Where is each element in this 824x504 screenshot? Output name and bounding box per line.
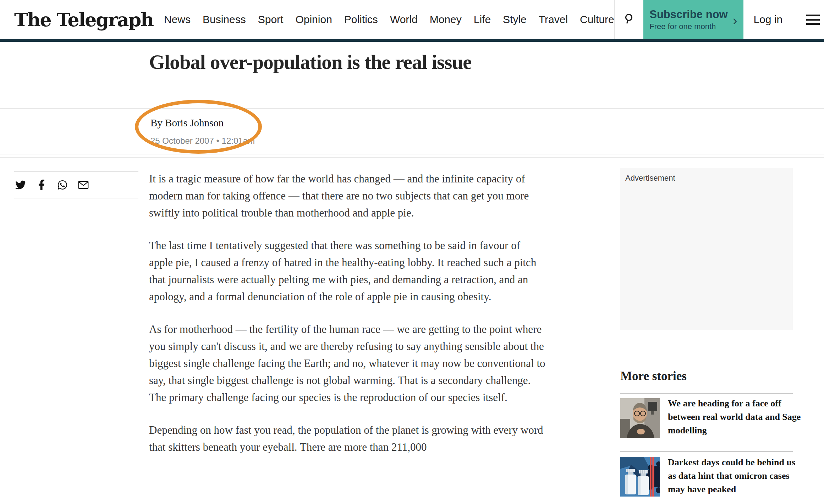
nav-sport[interactable]: Sport <box>258 13 284 26</box>
page: The Telegraph News Business Sport Opinio… <box>0 0 824 504</box>
article-body: It is a tragic measure of how far the wo… <box>149 170 546 471</box>
nav-money[interactable]: Money <box>430 13 462 26</box>
story-thumbnail-vials[interactable] <box>620 457 660 497</box>
nav-opinion[interactable]: Opinion <box>295 13 332 26</box>
article-title: Global over-population is the real issue <box>149 50 575 73</box>
article-paragraph: The last time I tentatively suggested th… <box>149 237 546 305</box>
nav-news[interactable]: News <box>164 13 191 26</box>
nav-world[interactable]: World <box>390 13 418 26</box>
article-paragraph: As for motherhood — the fertility of the… <box>149 321 546 406</box>
site-header: The Telegraph News Business Sport Opinio… <box>0 0 824 42</box>
ad-label: Advertisement <box>620 168 793 183</box>
article-paragraph: It is a tragic measure of how far the wo… <box>149 170 546 221</box>
whatsapp-icon[interactable] <box>57 179 68 191</box>
subscribe-title: Subscribe now <box>649 7 727 22</box>
nav-politics[interactable]: Politics <box>344 13 378 26</box>
story-title[interactable]: We are heading for a face off between re… <box>668 397 802 437</box>
email-icon[interactable] <box>78 179 89 191</box>
nav-culture[interactable]: Culture <box>580 13 614 26</box>
story-thumbnail-portrait[interactable] <box>620 398 660 438</box>
subscribe-button[interactable]: Subscribe now Free for one month › <box>643 0 743 39</box>
divider <box>0 154 824 154</box>
ad-slot: Advertisement <box>620 168 793 330</box>
story-title[interactable]: Darkest days could be behind us as data … <box>668 456 802 496</box>
subscribe-subtitle: Free for one month <box>649 22 716 32</box>
article-paragraph: Depending on how fast you read, the popu… <box>149 422 546 456</box>
menu-icon[interactable] <box>793 0 824 39</box>
subscribe-text: Subscribe now Free for one month <box>649 7 727 32</box>
divider <box>0 108 824 109</box>
facebook-icon[interactable] <box>36 179 47 191</box>
nav-life[interactable]: Life <box>474 13 491 26</box>
telegraph-logo[interactable]: The Telegraph <box>14 9 153 31</box>
header-actions: Subscribe now Free for one month › Log i… <box>614 0 824 39</box>
chevron-right-icon: › <box>733 14 737 27</box>
more-stories-heading: More stories <box>620 369 687 383</box>
publish-date: 25 October 2007 • 12:01am <box>150 136 255 146</box>
divider <box>0 157 824 158</box>
divider <box>620 393 793 394</box>
share-toolbar <box>14 171 138 198</box>
byline-author[interactable]: By Boris Johnson <box>150 117 224 129</box>
twitter-icon[interactable] <box>15 179 26 191</box>
nav-travel[interactable]: Travel <box>539 13 568 26</box>
nav-business[interactable]: Business <box>203 13 246 26</box>
main-nav: News Business Sport Opinion Politics Wor… <box>164 13 614 26</box>
divider <box>620 451 793 452</box>
nav-style[interactable]: Style <box>503 13 527 26</box>
search-icon <box>622 12 635 27</box>
login-button[interactable]: Log in <box>743 0 793 39</box>
search-button[interactable] <box>614 0 643 39</box>
